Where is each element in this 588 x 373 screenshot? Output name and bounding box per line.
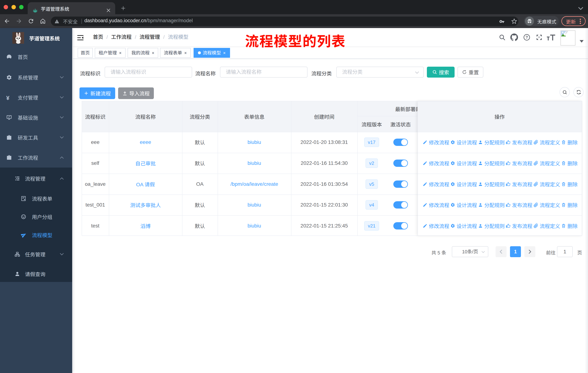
- svg-text:?: ?: [525, 35, 528, 40]
